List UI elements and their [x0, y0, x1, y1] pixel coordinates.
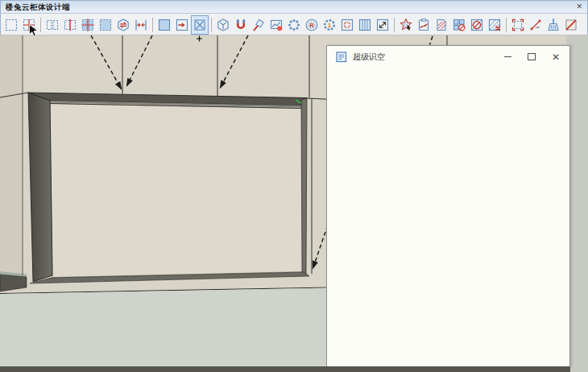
toolbar-button-corner-frame[interactable]: [509, 15, 527, 35]
svg-text:1: 1: [328, 22, 332, 29]
toolbar-button-shrink-width[interactable]: [132, 15, 150, 35]
toolbar-button-inner-frame[interactable]: [338, 15, 356, 35]
toolbar-separator: [506, 18, 507, 32]
toolbar-button-expand-arrows[interactable]: [374, 15, 391, 35]
toolbar-button-r-badge[interactable]: R: [303, 15, 321, 35]
floor: [0, 288, 330, 372]
toolbar-separator: [394, 18, 395, 32]
toolbar-separator: [40, 18, 41, 32]
dialog-body: [327, 68, 569, 366]
frame-right-jamb: [301, 98, 307, 275]
niche-back-panel: [50, 104, 304, 278]
toolbar-button-star-pick[interactable]: [397, 15, 415, 35]
toolbar-button-hex-swap[interactable]: [114, 15, 132, 35]
toolbar-button-select-region[interactable]: [2, 15, 20, 35]
toolbar-separator: [211, 18, 212, 32]
toolbar-titlebar[interactable]: 楼兔云柜体设计端 ✕: [1, 1, 587, 14]
dialog-controls: ✕: [503, 52, 569, 63]
toolbar-button-magnet[interactable]: [232, 15, 250, 35]
toolbar-button-panel-lines[interactable]: [356, 15, 374, 35]
toolbar-button-hatch-error[interactable]: [486, 15, 503, 35]
toolbar-button-fill-region[interactable]: [97, 15, 114, 35]
toolbar-button-broom-clean[interactable]: [545, 15, 562, 35]
toolbar-button-grid-cross[interactable]: [79, 15, 97, 35]
toolbar-button-hex-axis[interactable]: [214, 15, 232, 35]
dialog-document-icon: [336, 52, 347, 63]
toolbar-title: 楼兔云柜体设计端: [6, 1, 70, 13]
plugin-toolbar-window: 楼兔云柜体设计端 ✕ R1: [0, 0, 588, 35]
toolbar-button-slash-square[interactable]: [562, 15, 580, 35]
toolbar-close-icon[interactable]: ✕: [576, 1, 582, 13]
toolbar-button-section-cursor[interactable]: [20, 15, 38, 35]
toolbar-button-tiles-ban[interactable]: [450, 15, 468, 35]
toolbar-button-dimension-line[interactable]: [527, 15, 545, 35]
toolbar-button-dot-wheel[interactable]: [285, 15, 303, 35]
toolbar-button-clipboard-report[interactable]: [415, 15, 433, 35]
minimize-button[interactable]: [503, 52, 512, 63]
dialog-titlebar[interactable]: 超级识空 ✕: [327, 46, 569, 68]
app-window: 楼兔云柜体设计端 ✕ R1: [0, 0, 588, 372]
maximize-button[interactable]: [527, 52, 536, 63]
toolbar-button-split-columns[interactable]: [43, 15, 61, 35]
toolbar-button-gear-one[interactable]: 1: [321, 15, 338, 35]
toolbar-button-edge-arrow[interactable]: [173, 15, 191, 35]
wall-left-return: [0, 35, 23, 279]
dialog-title: 超级识空: [353, 52, 503, 63]
dialog-window: 超级识空 ✕: [326, 45, 570, 367]
toolbar-separator: [152, 18, 153, 32]
toolbar-button-hatch-sheet[interactable]: [433, 15, 450, 35]
toolbar-button-scale-xy[interactable]: [191, 15, 209, 35]
toolbar-button-solid-panel[interactable]: [155, 15, 173, 35]
svg-text:R: R: [309, 21, 314, 28]
toolbar-icon-row: R1: [1, 14, 587, 35]
toolbar-button-image-stamp[interactable]: [267, 15, 285, 35]
toolbar-button-hatch-ban[interactable]: [468, 15, 486, 35]
close-button[interactable]: ✕: [551, 52, 561, 63]
toolbar-button-paint-brush[interactable]: [250, 15, 267, 35]
toolbar-button-center-divider[interactable]: [61, 15, 79, 35]
